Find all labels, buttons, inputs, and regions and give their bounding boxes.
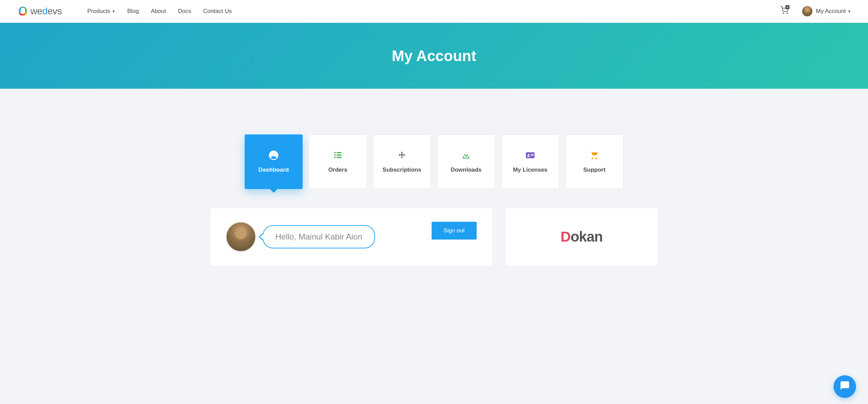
svg-point-11 <box>528 154 530 156</box>
nav-item-blog[interactable]: Blog <box>127 8 139 15</box>
tab-label: My Licenses <box>513 167 547 173</box>
svg-rect-13 <box>531 154 534 155</box>
list-icon <box>333 150 343 160</box>
nav-item-about[interactable]: About <box>151 8 166 15</box>
account-label: My Account <box>816 8 846 15</box>
download-icon <box>461 150 471 160</box>
user-avatar <box>226 222 256 252</box>
nav-label: Contact Us <box>203 8 232 15</box>
cart-button[interactable]: + <box>780 6 789 16</box>
cart-icon <box>590 150 599 160</box>
tab-subscriptions[interactable]: Subscriptions <box>373 134 431 189</box>
header-right: + My Account ▼ <box>780 6 851 16</box>
svg-rect-7 <box>337 155 342 156</box>
account-tabs: Dashboard Orders Subscriptions <box>243 89 625 189</box>
nav-item-docs[interactable]: Docs <box>178 8 191 15</box>
promo-card[interactable]: Dokan <box>506 208 657 265</box>
id-card-icon <box>525 150 535 160</box>
svg-rect-9 <box>337 157 342 158</box>
nav-label: Docs <box>178 8 191 15</box>
dokan-logo: Dokan <box>561 229 603 245</box>
dashboard-icon <box>269 150 279 160</box>
nav-label: Products <box>87 8 110 15</box>
chevron-down-icon: ▼ <box>112 10 115 13</box>
tab-orders[interactable]: Orders <box>309 134 367 189</box>
greeting-bubble: Hello, Mainul Kabir Aion <box>263 225 375 248</box>
chevron-down-icon: ▼ <box>848 10 851 13</box>
logo-icon <box>17 5 29 17</box>
site-header: wedevs Products ▼ Blog About Docs Contac… <box>0 0 868 23</box>
account-menu[interactable]: My Account ▼ <box>802 6 851 16</box>
greeting-text: Hello, Mainul Kabir Aion <box>275 232 362 241</box>
svg-rect-8 <box>334 157 336 158</box>
tab-dashboard[interactable]: Dashboard <box>245 134 303 189</box>
svg-point-1 <box>787 13 787 14</box>
tab-label: Dashboard <box>259 167 289 173</box>
svg-rect-14 <box>531 155 534 156</box>
svg-point-3 <box>273 156 274 157</box>
tab-label: Orders <box>328 167 347 173</box>
tab-downloads[interactable]: Downloads <box>437 134 495 189</box>
svg-rect-6 <box>334 155 336 156</box>
tab-label: Subscriptions <box>382 167 421 173</box>
main-navigation: Products ▼ Blog About Docs Contact Us <box>87 8 232 15</box>
svg-rect-4 <box>334 152 336 154</box>
nav-label: Blog <box>127 8 139 15</box>
avatar-icon <box>802 6 812 16</box>
tab-licenses[interactable]: My Licenses <box>501 134 559 189</box>
tab-label: Downloads <box>451 167 482 173</box>
svg-point-0 <box>783 13 784 14</box>
page-title: My Account <box>392 47 476 64</box>
tab-label: Support <box>583 167 605 173</box>
tab-support[interactable]: Support <box>565 134 623 189</box>
logo-text: wedevs <box>30 6 62 17</box>
signout-button[interactable]: Sign out <box>432 222 477 240</box>
svg-rect-5 <box>337 152 342 154</box>
nav-item-contact[interactable]: Contact Us <box>203 8 232 15</box>
logo[interactable]: wedevs <box>17 5 62 17</box>
main-content: Hello, Mainul Kabir Aion Sign out Dokan <box>192 189 676 265</box>
arrows-icon <box>397 150 406 160</box>
nav-label: About <box>151 8 166 15</box>
svg-rect-12 <box>527 156 530 157</box>
nav-item-products[interactable]: Products ▼ <box>87 8 115 15</box>
cart-add-icon: + <box>785 5 790 9</box>
greeting-card: Hello, Mainul Kabir Aion Sign out <box>211 208 492 265</box>
hero-banner: My Account <box>0 23 868 89</box>
